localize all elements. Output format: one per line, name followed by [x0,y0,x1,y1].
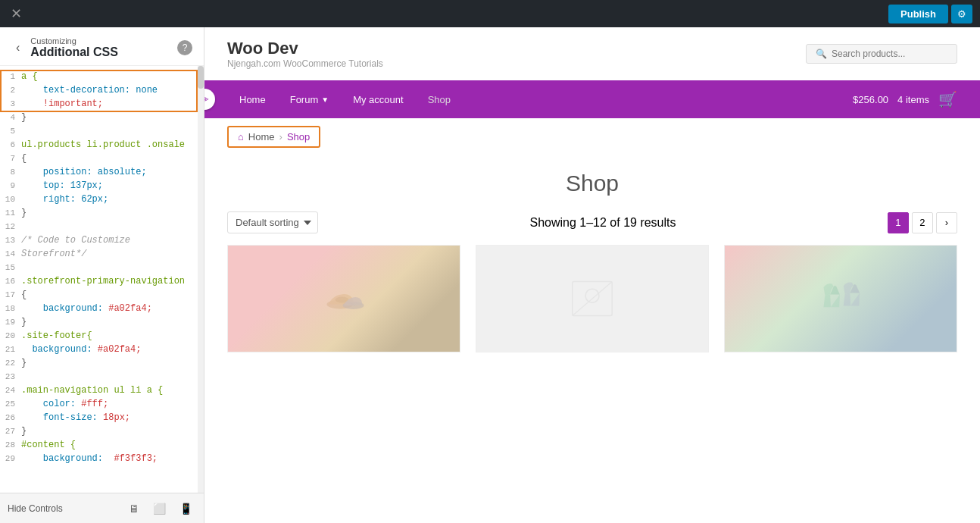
product-card-3[interactable] [724,245,957,352]
code-line-15: 15 [0,261,204,274]
search-icon: 🔍 [816,49,827,59]
sort-select[interactable]: Default sorting [227,211,318,233]
nav-item-myaccount[interactable]: My account [341,83,415,117]
breadcrumb-shop[interactable]: Shop [287,131,310,142]
code-line-11: 11 } [0,206,204,220]
shop-main: Shop Default sorting Showing 1–12 of 19 … [204,155,980,523]
product-image-2 [476,246,708,352]
publish-button[interactable]: Publish [888,5,948,23]
product-image-3 [725,246,957,352]
sidebar-footer: Hide Controls 🖥 ⬜ 📱 [0,493,204,523]
code-line-27: 27 } [0,424,204,438]
sidebar-titles: Customizing Additional CSS [30,36,118,59]
code-line-26: 26 font-size: 18px; [0,411,204,424]
breadcrumb: ⌂ Home › Shop [227,126,320,148]
cart-total: $256.00 [853,94,888,105]
page-next-button[interactable]: › [936,212,957,233]
breadcrumb-home[interactable]: Home [248,131,275,142]
code-line-12: 12 [0,220,204,233]
top-bar-left: ✕ [8,2,25,25]
code-line-29: 29 background: #f3f3f3; [0,452,204,465]
code-line-25: 25 color: #fff; [0,397,204,411]
sidebar: ‹ Customizing Additional CSS ? 1 a { 2 t… [0,27,204,523]
search-input[interactable] [832,49,947,59]
nav-item-shop[interactable]: Shop [416,83,463,117]
home-icon: ⌂ [238,131,244,142]
tablet-preview-button[interactable]: ⬜ [149,501,170,516]
code-line-1: 1 a { [0,70,204,83]
pagination: 1 2 › [888,212,957,233]
help-button[interactable]: ? [177,40,192,55]
code-line-3: 3 !important; [0,97,204,111]
mobile-preview-button[interactable]: 📱 [176,501,196,516]
breadcrumb-separator: › [279,131,282,142]
section-title: Additional CSS [30,45,118,58]
mobile-icon: 📱 [179,503,192,515]
breadcrumb-area: ⌂ Home › Shop [204,118,980,155]
nav-forum-dropdown-icon: ▼ [321,96,329,104]
scrollbar-thumb[interactable] [198,66,204,89]
code-line-2: 2 text-decoration: none [0,83,204,97]
code-line-16: 16 .storefront-primary-navigation [0,274,204,288]
nav-shop-label: Shop [428,94,451,105]
main-layout: ‹ Customizing Additional CSS ? 1 a { 2 t… [0,27,980,523]
customizing-label: Customizing [30,36,118,45]
svg-line-5 [573,282,613,316]
code-line-5: 5 [0,124,204,138]
sidebar-header-left: ‹ Customizing Additional CSS [11,36,118,59]
search-box[interactable]: 🔍 [806,44,957,64]
svg-point-4 [585,289,599,302]
close-button[interactable]: ✕ [8,2,25,25]
product-card-1[interactable] [227,245,460,352]
desktop-icon: 🖥 [129,503,139,515]
site-branding: Woo Dev Njengah.com WooCommerce Tutorial… [227,39,383,69]
code-line-24: 24 .main-navigation ul li a { [0,384,204,397]
product-image-1 [228,246,460,352]
hide-controls-button[interactable]: Hide Controls [8,503,63,514]
code-line-18: 18 background: #a02fa4; [0,302,204,315]
back-button[interactable]: ‹ [11,39,24,56]
footer-icons: 🖥 ⬜ 📱 [125,501,196,516]
showing-text: Showing 1–12 of 19 results [529,216,676,230]
code-line-23: 23 [0,370,204,384]
code-line-19: 19 } [0,315,204,329]
nav-item-forum[interactable]: Forum ▼ [278,83,341,117]
code-line-14: 14 Storefront*/ [0,247,204,261]
gear-button[interactable]: ⚙ [951,5,972,23]
cart-icon[interactable]: 🛒 [938,90,957,108]
code-line-22: 22 } [0,356,204,370]
code-line-6: 6 ul.products li.product .onsale [0,138,204,152]
pencil-icon: ✏ [204,93,209,105]
code-line-7: 7 { [0,152,204,165]
code-line-10: 10 right: 62px; [0,193,204,206]
code-line-21: 21 background: #a02fa4; [0,343,204,356]
preview-area: Woo Dev Njengah.com WooCommerce Tutorial… [204,27,980,523]
code-editor[interactable]: 1 a { 2 text-decoration: none 3 !importa… [0,66,204,493]
code-line-20: 20 .site-footer{ [0,329,204,343]
nav-forum-label: Forum [290,94,319,105]
nav-home-label: Home [239,94,266,105]
top-bar: ✕ Publish ⚙ [0,0,980,27]
product-card-2[interactable] [476,245,709,352]
desktop-preview-button[interactable]: 🖥 [125,501,143,516]
page-2-button[interactable]: 2 [912,212,933,233]
cart-items-count: 4 items [897,94,929,105]
nav-myaccount-label: My account [353,94,403,105]
nav-bar: ✏ Home Forum ▼ My account Shop [204,80,980,118]
site-title: Woo Dev [227,39,383,58]
scrollbar-track[interactable] [198,66,204,493]
sidebar-header: ‹ Customizing Additional CSS ? [0,27,204,66]
code-line-8: 8 position: absolute; [0,165,204,179]
nav-right: $256.00 4 items 🛒 [853,90,957,108]
code-line-4: 4 } [0,111,204,124]
site-tagline: Njengah.com WooCommerce Tutorials [227,58,383,69]
preview-inner: Woo Dev Njengah.com WooCommerce Tutorial… [204,27,980,523]
nav-item-home[interactable]: Home [227,83,278,117]
tablet-icon: ⬜ [153,503,166,515]
customize-pencil-button[interactable]: ✏ [204,89,215,110]
code-line-28: 28 #content { [0,438,204,452]
product-grid [227,245,957,352]
hide-controls-label: Hide Controls [8,503,63,514]
shop-title: Shop [227,171,957,196]
page-1-button[interactable]: 1 [888,212,909,233]
